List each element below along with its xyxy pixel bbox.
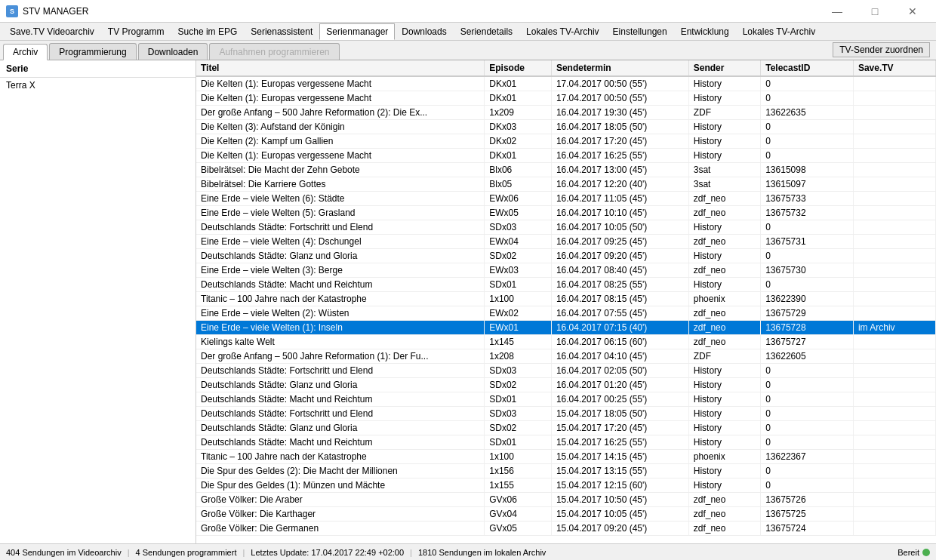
cell-titel: Die Kelten (1): Europas vergessene Macht [196,91,485,106]
menu-item-serienassistent[interactable]: Serienassistent [244,23,319,40]
cell-sendetermin: 16.04.2017 09:25 (45') [551,235,688,249]
cell-sendetermin: 16.04.2017 07:15 (40') [551,321,688,335]
table-row[interactable]: Deutschlands Städte: Glanz und GloriaSDx… [196,421,936,435]
table-row[interactable]: Eine Erde – viele Welten (4): DschungelE… [196,235,936,249]
cell-titel: Deutschlands Städte: Macht und Reichtum [196,392,485,407]
menu-item-save.tv_videoarchiv[interactable]: Save.TV Videoarchiv [3,23,101,40]
table-container[interactable]: Titel Episode Sendetermin Sender Telecas… [196,60,936,543]
table-row[interactable]: Die Spur des Geldes (2): Die Macht der M… [196,464,936,478]
status-programmiert: 4 Sendungen programmiert [136,548,237,557]
sidebar-item[interactable]: Terra X [0,78,196,93]
status-update: Letztes Update: 17.04.2017 22:49 +02:00 [251,548,404,557]
table-row[interactable]: Eine Erde – viele Welten (2): WüstenEWx0… [196,306,936,321]
cell-savetv [853,177,935,192]
cell-telecastid: 13675725 [761,507,854,522]
menu-item-lokales_tv-archiv[interactable]: Lokales TV-Archiv [736,23,823,40]
status-lokal: 1810 Sendungen im lokalen Archiv [418,548,546,557]
cell-episode: EWx06 [485,192,552,206]
table-row[interactable]: Große Völker: Die KarthagerGVx0415.04.20… [196,507,936,522]
cell-sendetermin: 16.04.2017 08:25 (55') [551,278,688,292]
menu-item-lokales_tv-archiv[interactable]: Lokales TV-Archiv [519,23,606,40]
table-row[interactable]: Die Kelten (1): Europas vergessene Macht… [196,149,936,163]
status-indicator [922,549,930,556]
table-row[interactable]: Bibelrätsel: Die Macht der Zehn GeboteBl… [196,163,936,177]
tab-programmierung[interactable]: Programmierung [49,43,136,60]
maximize-button[interactable]: □ [857,0,892,23]
cell-telecastid: 0 [761,220,854,235]
cell-telecastid: 13622605 [761,349,854,364]
cell-sendetermin: 15.04.2017 17:20 (45') [551,421,688,435]
minimize-button[interactable]: — [820,0,854,23]
table-row[interactable]: Kielings kalte Welt1x14516.04.2017 06:15… [196,335,936,349]
cell-savetv [853,364,935,378]
table-row[interactable]: Die Kelten (3): Aufstand der KöniginDKx0… [196,120,936,134]
table-row[interactable]: Eine Erde – viele Welten (3): BergeEWx03… [196,263,936,278]
table-row[interactable]: Deutschlands Städte: Glanz und GloriaSDx… [196,378,936,392]
cell-savetv: im Archiv [853,321,935,335]
status-ready-text: Bereit [898,548,919,557]
cell-titel: Eine Erde – viele Welten (3): Berge [196,263,485,278]
table-row[interactable]: Der große Anfang – 500 Jahre Reformation… [196,349,936,364]
table-row[interactable]: Der große Anfang – 500 Jahre Reformation… [196,106,936,120]
cell-episode: 1x100 [485,292,552,306]
menu-item-entwicklung[interactable]: Entwicklung [674,23,736,40]
tv-sender-button[interactable]: TV-Sender zuordnen [833,42,930,57]
cell-titel: Der große Anfang – 500 Jahre Reformation… [196,106,485,120]
cell-telecastid: 13675724 [761,522,854,536]
cell-savetv [853,91,935,106]
table-header-row: Titel Episode Sendetermin Sender Telecas… [196,60,936,76]
cell-sender: zdf_neo [688,263,760,278]
cell-episode: EWx03 [485,263,552,278]
cell-titel: Die Kelten (1): Europas vergessene Macht [196,76,485,91]
table-row[interactable]: Die Kelten (2): Kampf um GallienDKx0216.… [196,134,936,149]
table-row[interactable]: Eine Erde – viele Welten (1): InselnEWx0… [196,321,936,335]
cell-sendetermin: 16.04.2017 11:05 (45') [551,192,688,206]
cell-titel: Eine Erde – viele Welten (2): Wüsten [196,306,485,321]
cell-sender: History [688,134,760,149]
cell-savetv [853,407,935,421]
table-row[interactable]: Deutschlands Städte: Glanz und GloriaSDx… [196,249,936,263]
cell-titel: Deutschlands Städte: Macht und Reichtum [196,278,485,292]
table-row[interactable]: Bibelrätsel: Die Karriere GottesBlx0516.… [196,177,936,192]
table-row[interactable]: Titanic – 100 Jahre nach der Katastrophe… [196,450,936,464]
cell-sendetermin: 16.04.2017 02:05 (50') [551,364,688,378]
cell-sender: History [688,378,760,392]
cell-titel: Deutschlands Städte: Glanz und Gloria [196,249,485,263]
cell-titel: Die Kelten (2): Kampf um Gallien [196,134,485,149]
table-row[interactable]: Große Völker: Die GermanenGVx0515.04.201… [196,522,936,536]
cell-telecastid: 0 [761,120,854,134]
cell-sendetermin: 15.04.2017 09:20 (45') [551,522,688,536]
col-episode: Episode [485,60,552,76]
cell-titel: Deutschlands Städte: Macht und Reichtum [196,435,485,450]
table-row[interactable]: Deutschlands Städte: Macht und ReichtumS… [196,278,936,292]
menu-item-seriendetails[interactable]: Seriendetails [454,23,519,40]
tab-archiv[interactable]: Archiv [3,44,48,60]
close-button[interactable]: ✕ [895,0,930,23]
table-row[interactable]: Große Völker: Die AraberGVx0615.04.2017 … [196,493,936,507]
cell-sendetermin: 17.04.2017 00:50 (55') [551,76,688,91]
table-row[interactable]: Eine Erde – viele Welten (6): StädteEWx0… [196,192,936,206]
table-row[interactable]: Die Kelten (1): Europas vergessene Macht… [196,76,936,91]
cell-savetv [853,349,935,364]
table-row[interactable]: Deutschlands Städte: Macht und ReichtumS… [196,392,936,407]
cell-sender: phoenix [688,292,760,306]
table-row[interactable]: Deutschlands Städte: Macht und ReichtumS… [196,435,936,450]
menu-item-tv_programm[interactable]: TV Programm [101,23,171,40]
cell-savetv [853,292,935,306]
cell-sendetermin: 15.04.2017 10:50 (45') [551,493,688,507]
table-row[interactable]: Deutschlands Städte: Fortschritt und Ele… [196,407,936,421]
menu-item-einstellungen[interactable]: Einstellungen [606,23,674,40]
app-icon: S [6,5,18,17]
menu-item-downloads[interactable]: Downloads [395,23,453,40]
table-row[interactable]: Eine Erde – viele Welten (5): GraslandEW… [196,206,936,220]
cell-telecastid: 13622367 [761,450,854,464]
table-row[interactable]: Deutschlands Städte: Fortschritt und Ele… [196,220,936,235]
menu-item-serienmanager[interactable]: Serienmanager [319,23,395,40]
table-row[interactable]: Die Kelten (1): Europas vergessene Macht… [196,91,936,106]
table-row[interactable]: Die Spur des Geldes (1): Münzen und Mäch… [196,478,936,493]
cell-savetv [853,106,935,120]
tab-downloaden[interactable]: Downloaden [138,43,208,60]
table-row[interactable]: Deutschlands Städte: Fortschritt und Ele… [196,364,936,378]
table-row[interactable]: Titanic – 100 Jahre nach der Katastrophe… [196,292,936,306]
menu-item-suche_im_epg[interactable]: Suche im EPG [171,23,245,40]
